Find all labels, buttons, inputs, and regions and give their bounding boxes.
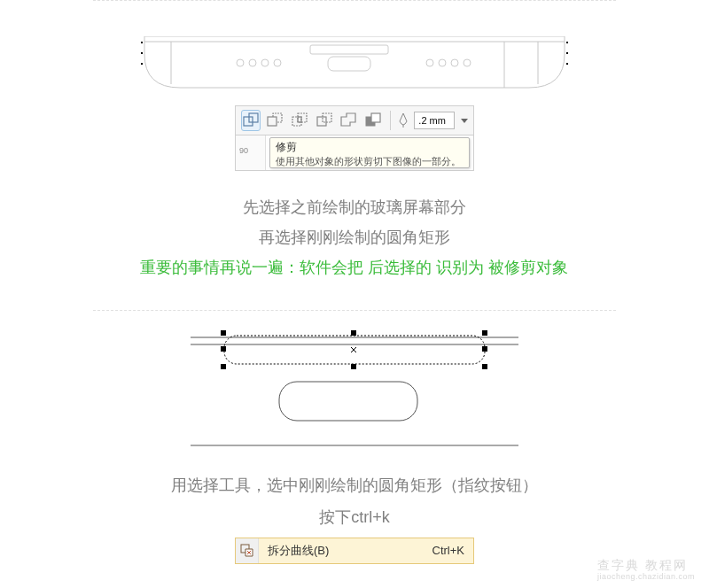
caption-line-2: 再选择刚刚绘制的圆角矩形 <box>89 222 620 252</box>
svg-point-4 <box>237 59 244 66</box>
svg-rect-22 <box>268 117 277 126</box>
svg-rect-39 <box>482 364 487 369</box>
svg-rect-15 <box>141 52 143 54</box>
svg-point-9 <box>439 59 446 66</box>
toolbar-separator <box>390 111 391 130</box>
svg-rect-20 <box>244 117 253 126</box>
svg-rect-13 <box>310 45 388 54</box>
svg-rect-41 <box>482 346 487 352</box>
menu-item-label: 拆分曲线(B) <box>259 543 432 559</box>
caption2-line-1: 用选择工具，选中刚刚绘制的圆角矩形（指纹按钮） <box>89 470 620 500</box>
svg-rect-25 <box>298 117 301 122</box>
svg-rect-23 <box>292 117 301 126</box>
svg-rect-29 <box>371 113 380 122</box>
svg-rect-12 <box>328 57 370 71</box>
svg-rect-37 <box>221 364 226 369</box>
section-divider-top <box>93 0 616 1</box>
ruler-tooltip-row: 90 修剪 使用其他对象的形状剪切下图像的一部分。 <box>235 135 474 171</box>
svg-point-5 <box>249 59 256 66</box>
svg-rect-36 <box>482 330 487 336</box>
svg-point-7 <box>274 59 281 66</box>
simplify-tool-icon[interactable] <box>315 110 334 131</box>
svg-rect-38 <box>351 364 356 369</box>
tooltip-description: 使用其他对象的形状剪切下图像的一部分。 <box>276 155 464 168</box>
svg-point-10 <box>451 59 458 66</box>
outline-pen-icon[interactable] <box>398 112 409 128</box>
svg-point-8 <box>426 59 433 66</box>
svg-rect-21 <box>249 113 258 122</box>
svg-rect-40 <box>221 346 226 352</box>
watermark: 查字典 教程网 jiaocheng.chazidian.com <box>597 558 695 581</box>
fingerprint-selection-art <box>191 323 518 447</box>
menu-item-shortcut: Ctrl+K <box>432 544 473 557</box>
svg-rect-33 <box>224 336 485 364</box>
break-apart-menu-item[interactable]: 拆分曲线(B) Ctrl+K <box>235 538 474 564</box>
svg-rect-16 <box>141 63 143 65</box>
svg-rect-34 <box>221 330 226 336</box>
caption2-line-2: 按下ctrl+k <box>89 502 620 532</box>
watermark-text: 查字典 教程网 <box>597 558 688 572</box>
svg-rect-26 <box>317 117 326 126</box>
svg-rect-35 <box>351 330 356 336</box>
intersect-tool-icon[interactable] <box>290 110 309 131</box>
ruler-tick: 90 <box>239 146 248 155</box>
svg-rect-44 <box>279 382 417 421</box>
caption-line-1: 先选择之前绘制的玻璃屏幕部分 <box>89 192 620 222</box>
break-apart-icon <box>236 538 259 563</box>
phone-bottom-outline <box>137 36 572 98</box>
svg-rect-17 <box>566 42 568 43</box>
dropdown-icon[interactable] <box>460 117 468 124</box>
trim-tooltip: 修剪 使用其他对象的形状剪切下图像的一部分。 <box>269 137 470 168</box>
back-minus-front-tool-icon[interactable] <box>363 110 383 131</box>
watermark-sub: jiaocheng.chazidian.com <box>597 572 695 581</box>
svg-rect-18 <box>566 52 568 54</box>
pathfinder-toolbar: .2 mm <box>235 105 474 135</box>
svg-point-6 <box>261 59 269 66</box>
front-minus-back-tool-icon[interactable] <box>339 110 359 131</box>
ruler: 90 <box>236 135 266 170</box>
svg-rect-24 <box>298 113 307 122</box>
caption-line-3: 重要的事情再说一遍：软件会把 后选择的 识别为 被修剪对象 <box>89 252 620 282</box>
tooltip-title: 修剪 <box>276 140 464 155</box>
section-divider-mid <box>93 310 616 311</box>
weld-tool-icon[interactable] <box>241 110 261 131</box>
svg-rect-14 <box>141 42 143 43</box>
trim-tool-icon[interactable] <box>266 110 285 131</box>
outline-width-value: .2 mm <box>418 115 446 126</box>
svg-rect-27 <box>323 113 331 122</box>
outline-width-field[interactable]: .2 mm <box>414 112 455 129</box>
svg-point-11 <box>464 59 471 66</box>
svg-rect-19 <box>566 63 568 65</box>
